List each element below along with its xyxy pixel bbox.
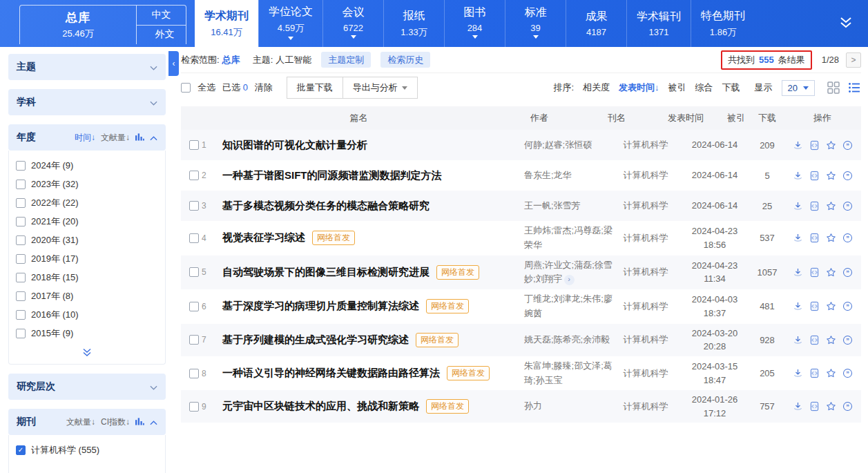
filter-checkbox[interactable] [16,217,26,226]
article-title-link[interactable]: 自动驾驶场景下的图像三维目标检测研究进展 [222,266,430,279]
scope-value-link[interactable]: 总库 [222,54,240,66]
journal-sort-by-ci[interactable]: CI指数↓ [101,416,130,428]
journal-name-link[interactable]: 计算机科学 [613,334,679,346]
filter-checkbox-item[interactable]: 2018年 (15) [16,268,158,287]
filter-checkbox-item[interactable]: 2024年 (9) [16,156,158,175]
filter-section-topic[interactable]: 主题 [8,54,166,80]
filter-checkbox-item[interactable]: 2015年 (9) [16,324,158,342]
cite-quote-icon[interactable]: ” [842,140,853,151]
article-title-link[interactable]: 视觉表征学习综述 [222,231,305,244]
resource-tab[interactable]: 学术辑刊 1371 [626,0,691,47]
authors-cell[interactable]: 孙力 [524,399,613,414]
favorite-star-icon[interactable] [826,401,836,412]
filter-checkbox-item[interactable]: 计算机科学 (555) [16,441,158,459]
filter-checkbox[interactable] [16,161,26,171]
journal-sort-by-count[interactable]: 文献量↓ [66,416,95,428]
download-icon[interactable] [793,233,803,243]
download-icon[interactable] [793,335,803,345]
cite-quote-icon[interactable]: ” [842,267,853,278]
download-icon[interactable] [793,401,803,412]
row-checkbox[interactable] [189,302,199,311]
filter-checkbox-item[interactable]: 2021年 (20) [16,212,158,231]
more-tabs-button[interactable] [824,0,868,47]
favorite-star-icon[interactable] [826,368,836,378]
journal-name-link[interactable]: 计算机科学 [613,169,679,182]
download-count[interactable]: 928 [751,335,784,345]
favorite-star-icon[interactable] [826,171,836,181]
resource-tab[interactable]: 学位论文 4.59万 [258,0,322,47]
select-all-label[interactable]: 全选 [197,81,215,94]
cite-quote-icon[interactable]: ” [842,171,853,181]
cite-quote-icon[interactable]: ” [842,335,853,345]
authors-text[interactable]: 王一帆;张雪芳 [524,200,581,211]
sort-option[interactable]: 下载 [722,81,740,94]
article-title-link[interactable]: 一种语义引导的神经网络关键数据路由路径算法 [222,367,440,380]
row-checkbox[interactable] [189,335,199,345]
row-checkbox[interactable] [189,369,199,378]
authors-text[interactable]: 朱富坤;滕臻;邵文泽;葛琦;孙玉宝 [524,360,613,385]
html-read-icon[interactable] [809,301,820,311]
authors-text[interactable]: 何静;赵睿;张恒硕 [524,139,592,150]
download-count[interactable]: 481 [751,301,784,311]
favorite-star-icon[interactable] [826,201,836,211]
favorite-star-icon[interactable] [826,335,836,345]
filter-checkbox[interactable] [16,310,26,320]
article-title-link[interactable]: 基于序列建模的生成式强化学习研究综述 [222,334,409,347]
lang-tab-chinese[interactable]: 中文 [137,5,186,26]
authors-text[interactable]: 鲁东生;龙华 [524,170,572,180]
resource-tab[interactable]: 特色期刊 1.86万 [691,0,755,47]
html-read-icon[interactable] [809,140,820,151]
cite-quote-icon[interactable]: ” [842,368,853,378]
row-checkbox[interactable] [189,267,199,277]
journal-name-link[interactable]: 计算机科学 [613,400,679,413]
sort-option[interactable]: 发表时间↓ [619,81,659,94]
favorite-star-icon[interactable] [826,267,836,278]
batch-download-button[interactable]: 批量下载 [287,77,343,99]
download-count[interactable]: 205 [751,368,784,378]
authors-text[interactable]: 王帅炜;雷杰;冯尊磊;梁荣华 [524,225,613,250]
filter-checkbox-item[interactable]: 2016年 (10) [16,305,158,324]
authors-cell[interactable]: 周燕;许业文;蒲磊;徐雪妙;刘翔宇› [524,258,613,287]
show-more-years-button[interactable] [16,342,158,361]
html-read-icon[interactable] [809,335,820,345]
authors-cell[interactable]: 朱富坤;滕臻;邵文泽;葛琦;孙玉宝 [524,359,613,388]
sort-option[interactable]: 相关度 [583,81,610,94]
authors-text[interactable]: 孙力 [524,400,542,411]
zongku-tab[interactable]: 总库 25.46万 [19,5,137,44]
filter-checkbox[interactable] [16,180,26,189]
expand-authors-icon[interactable]: › [564,275,575,285]
download-icon[interactable] [793,140,803,151]
filter-checkbox-item[interactable]: 2022年 (22) [16,193,158,212]
bar-chart-icon[interactable] [135,133,144,143]
year-sort-by-time[interactable]: 时间↓ [75,132,95,144]
filter-section-level[interactable]: 研究层次 [8,374,166,400]
list-view-button[interactable] [847,81,861,95]
filter-checkbox[interactable] [16,291,26,301]
row-checkbox[interactable] [189,201,199,211]
download-count[interactable]: 25 [751,201,784,211]
filter-checkbox[interactable] [16,329,26,338]
sort-option[interactable]: 被引 [668,81,686,94]
filter-section-subject[interactable]: 学科 [8,89,166,115]
resource-tab[interactable]: 报纸 1.33万 [383,0,444,47]
row-checkbox[interactable] [189,140,199,150]
export-analyze-button[interactable]: 导出与分析 [343,77,418,99]
journal-name-link[interactable]: 计算机科学 [613,300,679,313]
resource-tab[interactable]: 会议 6722 [322,0,383,47]
cite-quote-icon[interactable]: ” [842,233,853,243]
filter-section-year[interactable]: 年度 时间↓ 文献量↓ [8,124,166,151]
filter-checkbox[interactable] [16,235,26,245]
authors-text[interactable]: 姚天磊;陈希亮;余沛毅 [524,334,610,345]
favorite-star-icon[interactable] [826,301,836,311]
html-read-icon[interactable] [809,401,820,412]
sort-option[interactable]: 综合 [695,81,713,94]
filter-checkbox-item[interactable]: 2020年 (31) [16,231,158,249]
lang-tab-foreign[interactable]: 外文 [144,26,186,45]
favorite-star-icon[interactable] [826,233,836,243]
download-count[interactable]: 209 [751,140,784,151]
grid-view-button[interactable] [827,81,840,95]
download-icon[interactable] [793,201,803,211]
authors-cell[interactable]: 丁维龙;刘津龙;朱伟;廖婉茵 [524,292,613,321]
filter-checkbox[interactable] [16,445,26,455]
authors-cell[interactable]: 王帅炜;雷杰;冯尊磊;梁荣华 [524,224,613,253]
